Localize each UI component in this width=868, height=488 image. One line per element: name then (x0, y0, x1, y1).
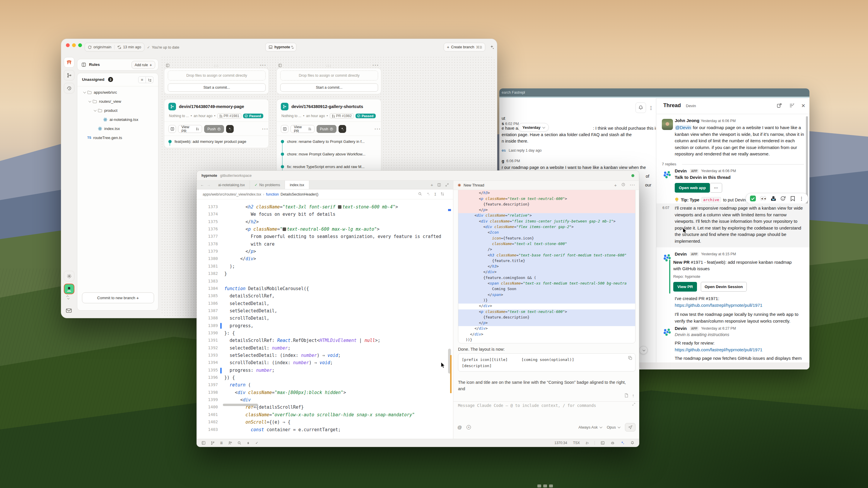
split-pane-icon[interactable] (437, 183, 441, 187)
technologist-reaction-icon[interactable] (771, 196, 776, 201)
branch-name[interactable]: devin/1764380912-gallery-shortcuts (291, 104, 363, 109)
commit-row[interactable]: chore: rename Gallery to Prompt Gallery … (281, 139, 377, 144)
check-reaction-icon[interactable] (750, 196, 756, 201)
rail-branches-icon[interactable] (64, 70, 74, 80)
lane-collapse-icon[interactable] (278, 64, 282, 67)
expand-input-icon[interactable] (632, 402, 636, 406)
nav-forward-icon[interactable]: → (207, 181, 214, 189)
list-view-toggle[interactable]: ≡ (138, 76, 146, 83)
runnables-icon[interactable] (247, 441, 250, 445)
open-web-app-button[interactable]: Open web app (675, 183, 710, 193)
open-devin-session-button[interactable]: Open Devin Session (701, 282, 747, 292)
timestamp[interactable]: Yesterday at 6:15 PM (701, 252, 736, 256)
notifications-bell-icon[interactable] (636, 102, 646, 113)
tree-file-index.tsx[interactable]: index.tsx (94, 124, 120, 133)
tab-index-tsx[interactable]: index.tsx (285, 181, 309, 189)
devin-avatar[interactable] (662, 252, 673, 263)
collab-status-icon[interactable] (631, 174, 634, 177)
author-name[interactable]: John Jeong (675, 118, 699, 123)
add-rule-button[interactable]: Add rule+ (131, 61, 155, 69)
create-branch-button[interactable]: +Create branch ⌘B (444, 43, 485, 52)
model-dropdown[interactable]: Opus (607, 425, 620, 429)
close-icon[interactable]: ✕ (800, 103, 807, 109)
more-button[interactable]: ··· (710, 183, 722, 193)
permission-mode-dropdown[interactable]: Always Ask (578, 425, 601, 429)
assign-icon-button[interactable] (168, 125, 176, 133)
tree-folder-apps/web/src[interactable]: apps/web/src (83, 88, 117, 97)
ci-passed-badge[interactable]: Passed (355, 113, 376, 118)
tree-file-ai-notetaking.tsx[interactable]: ai-notetaking.tsx (99, 115, 138, 124)
date-pill[interactable]: Yesterday (518, 123, 549, 132)
author-name[interactable]: Devin (675, 168, 687, 173)
text-cursor-icon[interactable]: I (434, 192, 436, 196)
collab-icon[interactable] (228, 441, 232, 445)
copy-icon[interactable] (628, 356, 632, 360)
start-commit-button[interactable]: Start a commit... (168, 84, 266, 92)
rail-history-icon[interactable] (64, 83, 74, 93)
add-reaction-icon[interactable] (780, 196, 786, 201)
project-name[interactable]: hyprnote (202, 173, 217, 178)
card-more-icon[interactable]: ··· (262, 127, 269, 132)
drop-files-zone[interactable]: Drop files to assign or commit directly (280, 70, 378, 80)
commit-to-new-branch-button[interactable]: Commit to new branch + (82, 292, 154, 303)
pr-link[interactable]: https://github.com/fastrepl/hyprnote/pul… (675, 347, 762, 352)
tab-no-problems[interactable]: ✓No problems (250, 181, 285, 189)
settings-gear-icon[interactable] (64, 271, 74, 281)
ai-actions-button[interactable] (226, 125, 234, 133)
lane-more-icon[interactable]: ··· (260, 63, 267, 68)
view-pr-button[interactable]: View PR (178, 125, 202, 133)
avatar[interactable] (662, 119, 673, 130)
tree-folder-product[interactable]: product (94, 106, 118, 115)
commit-row[interactable]: chore: move Prompt Gallery above Workflo… (281, 152, 377, 156)
outline-icon[interactable]: ≣ (220, 441, 223, 445)
view-pr-button[interactable]: View PR (290, 125, 314, 133)
slack-search-bar[interactable]: earch Fastrepl (499, 89, 809, 97)
markdown-copy-icon[interactable] (624, 393, 628, 398)
add-context-icon[interactable]: + (466, 425, 471, 429)
drop-files-zone[interactable]: Drop files to assign or commit directly (168, 70, 266, 80)
pr-pill[interactable]: PR #1981 (217, 113, 241, 119)
eyes-reaction-icon[interactable] (760, 196, 766, 201)
zoom-traffic-light[interactable] (78, 43, 82, 47)
more-kebab-icon[interactable]: ⋮ (799, 196, 804, 201)
workspace-switcher[interactable]: hyprnote (265, 43, 297, 52)
feedback-mail-icon[interactable] (66, 308, 72, 313)
thread-settings-icon[interactable] (788, 103, 795, 108)
author-name[interactable]: Devin (675, 252, 687, 256)
push-button[interactable]: Push (316, 125, 337, 133)
base-branch-pill[interactable]: origin/main 13 min ago (85, 43, 144, 52)
editor-scrollbar[interactable] (447, 199, 452, 440)
editor-titlebar[interactable]: hyprnote gitbutler/workspace (197, 171, 639, 181)
tree-view-toggle[interactable] (146, 76, 153, 83)
devin-avatar[interactable] (662, 169, 673, 180)
branch-name[interactable]: gitbutler/workspace (220, 173, 252, 178)
tab-ai-notetaking[interactable]: ai-notetaking.tsx (214, 181, 250, 189)
assist-icon[interactable] (426, 192, 430, 196)
breadcrumb[interactable]: apps/web/src/routes/_view/index.tsx› fun… (197, 189, 453, 199)
timestamp[interactable]: Yesterday at 6:27 PM (701, 326, 736, 330)
rail-workspace-icon[interactable] (64, 57, 74, 68)
assistant-input[interactable]: Message Claude Code — @ to include conte… (458, 403, 596, 408)
tree-file-routeTree.gen.ts[interactable]: TSrouteTree.gen.ts (83, 133, 122, 142)
code-editor[interactable]: 1373 <h2 className="text-3xl font-serif … (197, 199, 453, 440)
new-thread-icon[interactable]: + (614, 183, 617, 188)
mention[interactable]: @Devin (675, 125, 692, 130)
avatar-switcher-chevrons[interactable] (67, 295, 69, 299)
lane-more-icon[interactable]: ··· (372, 63, 379, 68)
timestamp[interactable]: Yesterday at 6:06 PM (701, 119, 736, 123)
push-button[interactable]: Push (204, 125, 224, 133)
language-mode[interactable]: TSX (573, 441, 580, 445)
magic-actions-icon[interactable] (489, 45, 494, 50)
close-traffic-light[interactable] (66, 43, 70, 47)
devin-avatar[interactable] (662, 326, 673, 337)
timestamp[interactable]: Yesterday at 6:06 PM (701, 169, 736, 173)
view-pr-button[interactable]: View PR (673, 282, 697, 292)
terminal-icon[interactable] (601, 441, 605, 445)
ai-actions-button[interactable] (339, 125, 346, 133)
horizontal-scrollbar[interactable] (223, 404, 258, 406)
search-icon[interactable] (418, 192, 422, 196)
more-icon[interactable]: ··· (630, 183, 636, 188)
pr-link[interactable]: https://github.com/fastrepl/hyprnote/pul… (675, 303, 762, 308)
cursor-position[interactable]: 1370:34 (554, 441, 567, 445)
commit-row[interactable]: feat(web): add memory layer product page (168, 139, 265, 144)
